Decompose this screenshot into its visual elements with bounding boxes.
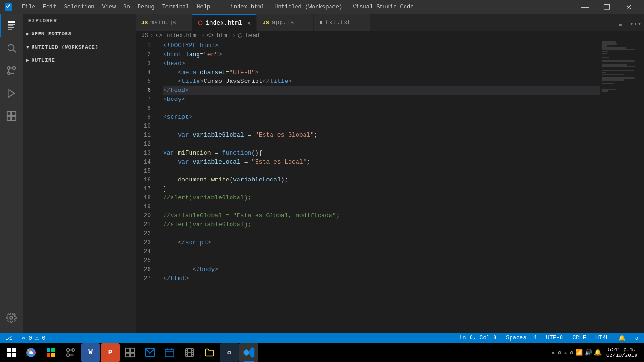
encoding-status[interactable]: UTF-8 [544,333,565,343]
taskbar-system-icons[interactable]: ⊗ 0 ⚠ 0 [552,350,573,356]
sync-status[interactable]: ↻ [633,333,640,343]
settings-activity-icon[interactable] [0,306,23,329]
scrollbar[interactable] [637,41,644,333]
open-editors-section: ▶ Open Editors [23,27,136,41]
breadcrumb-head[interactable]: ⬡ head [238,32,259,39]
line-number-22: 22 [136,229,155,238]
tab-txt-txt[interactable]: ≡ txt.txt [314,14,370,31]
minimap-line-26 [602,89,616,90]
menu-view[interactable]: View [98,2,119,12]
menu-terminal[interactable]: Terminal [158,2,193,12]
menu-file[interactable]: File [18,2,39,12]
menu-edit[interactable]: Edit [39,2,60,12]
code-line-3: <head> [163,59,600,68]
window-title: index.html - Untitled (Workspace) - Visu… [231,4,414,10]
source-control-taskbar-icon[interactable] [61,343,80,362]
ln-col-text: Ln 6, Col 8 [459,335,496,341]
tab-main-js[interactable]: JS main.js [136,14,192,31]
sync-icon: ↻ [635,335,638,342]
extensions-taskbar-icon[interactable] [121,343,140,362]
errors-warnings-text: ⊗ 0 ⚠ 0 [22,335,45,342]
mail-taskbar-icon[interactable] [140,343,159,362]
code-line-12 [163,140,600,148]
word-taskbar-icon[interactable]: W [81,343,100,362]
chrome-taskbar-icon[interactable] [22,343,41,362]
menu-help[interactable]: Help [193,2,214,12]
svg-rect-2 [8,25,13,26]
code-content[interactable]: <!DOCTYPE html><html lang="en"><head> <m… [159,41,600,333]
svg-marker-10 [8,90,15,98]
main-layout: Explorer ▶ Open Editors ▼ Untitled (Work… [0,14,644,333]
spaces-status[interactable]: Spaces: 4 [504,333,538,343]
svg-rect-0 [8,21,15,23]
code-line-26: </body> [163,265,600,274]
minimap-line-18 [602,74,624,75]
outline-header[interactable]: ▶ Outline [23,56,136,65]
line-number-18: 18 [136,193,155,202]
svg-point-48 [228,352,230,354]
line-number-7: 7 [136,95,155,104]
minimap-line-21 [602,79,624,81]
close-button[interactable]: ✕ [618,0,639,14]
code-line-10 [163,122,600,131]
tab-txt-txt-label: txt.txt [325,19,351,26]
minimize-button[interactable]: — [574,0,596,14]
menu-debug[interactable]: Debug [134,2,158,12]
ln-col-status[interactable]: Ln 6, Col 8 [457,333,498,343]
explorer-activity-icon[interactable] [0,14,23,37]
breadcrumb-js[interactable]: JS [141,33,148,39]
bell-status[interactable]: 🔔 [617,333,627,343]
minimap-line-1 [602,41,616,43]
open-editors-header[interactable]: ▶ Open Editors [23,29,136,39]
menu-go[interactable]: Go [119,2,133,12]
split-editor-button[interactable]: ⊟ [614,17,627,31]
warning-count-icon: ⚠ 0 [564,350,573,356]
svg-rect-24 [47,353,50,357]
more-actions-button[interactable]: ••• [629,17,642,31]
svg-rect-29 [126,348,130,352]
taskbar-clock[interactable]: 5:41 p.m. 02/10/2019 [603,347,640,358]
line-number-14: 14 [136,157,155,166]
vscode-taskbar-icon[interactable] [239,343,258,362]
tab-index-html[interactable]: ⬡ index.html ✕ [192,14,257,31]
open-editors-label: Open Editors [32,31,72,37]
extensions-activity-icon[interactable] [0,105,23,127]
breadcrumb-html[interactable]: <> html [206,33,230,39]
svg-rect-1 [8,24,15,25]
language-status[interactable]: HTML [594,333,611,343]
steam-taskbar-icon[interactable] [220,343,239,362]
code-line-17: } [163,184,600,193]
git-branch-status[interactable]: ⎇ [4,333,14,343]
line-number-20: 20 [136,211,155,220]
errors-warnings-status[interactable]: ⊗ 0 ⚠ 0 [20,333,47,343]
store-taskbar-icon[interactable] [41,343,60,362]
line-ending-status[interactable]: CRLF [570,333,588,343]
tab-close-index-html[interactable]: ✕ [247,19,251,27]
files-taskbar-icon[interactable] [200,343,219,362]
menu-selection[interactable]: Selection [60,2,99,12]
taskbar-tray-icons[interactable]: 📶 🔊 🔔 [575,349,602,356]
code-editor[interactable]: 1234567891011121314151617181920212223242… [136,41,644,333]
debug-activity-icon[interactable] [0,82,23,105]
line-number-21: 21 [136,220,155,229]
search-activity-icon[interactable] [0,37,23,59]
maximize-button[interactable]: ❐ [596,0,618,14]
code-line-15 [163,166,600,175]
film-taskbar-icon[interactable] [180,343,199,362]
powerpoint-taskbar-icon[interactable]: P [101,343,120,362]
workspace-chevron: ▼ [26,45,30,50]
svg-rect-12 [12,112,16,115]
workspace-header[interactable]: ▼ Untitled (Workspace) [23,42,136,52]
line-number-16: 16 [136,175,155,184]
breadcrumb-index-html[interactable]: <> index.html [156,33,200,39]
source-control-activity-icon[interactable] [0,59,23,82]
calendar-taskbar-icon[interactable] [160,343,179,362]
code-line-21: //alert(variableGlobal); [163,220,600,229]
title-bar-left: File Edit Selection View Go Debug Termin… [5,2,214,12]
svg-rect-25 [51,353,55,357]
start-button[interactable] [2,343,21,362]
line-number-25: 25 [136,256,155,265]
tab-app-js[interactable]: JS app.js [257,14,314,31]
status-left: ⎇ ⊗ 0 ⚠ 0 [4,333,47,343]
code-line-9: <script> [163,113,600,122]
